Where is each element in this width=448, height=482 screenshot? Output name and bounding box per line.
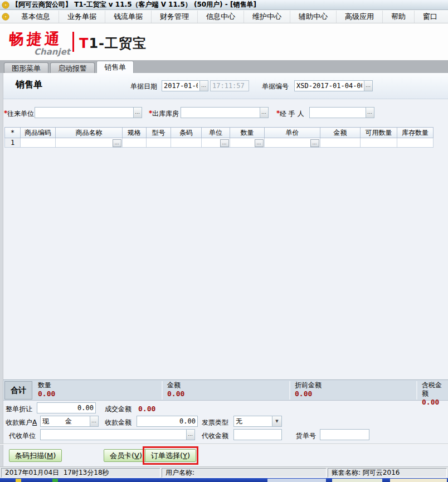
status-user-name: 用户名称: xyxy=(162,468,327,478)
agent-amount-input[interactable] xyxy=(233,429,282,440)
totals-amount-label: 金额 xyxy=(167,381,184,390)
totals-quantity-label: 数量 xyxy=(38,381,55,390)
doc-date-field[interactable]: … xyxy=(162,80,208,91)
deal-amount-label: 成交金额 xyxy=(105,405,132,414)
unit-ellipsis-button[interactable]: … xyxy=(220,139,229,147)
warehouse-input[interactable] xyxy=(181,108,260,118)
barcode-scan-button[interactable]: 条码扫描(M) xyxy=(9,449,62,462)
chanjet-logo: 畅捷通 Chanjet xyxy=(9,29,71,57)
totals-pre-discount-label: 折前金额 xyxy=(295,381,322,390)
member-card-button[interactable]: 会员卡(V) xyxy=(104,449,148,462)
taskbar-window-fragment xyxy=(390,479,447,482)
invoice-type-dropdown[interactable]: 无 ▼ xyxy=(233,416,282,427)
cell-unit-price[interactable]: … xyxy=(265,138,320,148)
agent-unit-field[interactable]: … xyxy=(40,429,195,440)
menu-item-window[interactable]: 窗口 xyxy=(415,11,446,23)
sales-order-panel: 销售单 单据日期 … 单据编号 … * 往来单位 … * 出库库房 … * xyxy=(0,73,448,466)
invoice-type-label: 发票类型 xyxy=(202,418,228,427)
warehouse-ellipsis-button[interactable]: … xyxy=(260,108,268,118)
col-header-product-code: 商品编码 xyxy=(21,128,56,138)
menu-item-advanced-apps[interactable]: 高级应用 xyxy=(337,11,383,23)
totals-separator xyxy=(289,381,290,400)
account-ellipsis-button[interactable]: … xyxy=(90,416,98,426)
status-account-set: 账套名称: 阿可云2016 xyxy=(328,468,447,478)
menu-item-info-center[interactable]: 信息中心 xyxy=(198,11,244,23)
menu-item-business-docs[interactable]: 业务单据 xyxy=(59,11,105,23)
agent-unit-input[interactable] xyxy=(41,430,186,440)
cell-product-code[interactable] xyxy=(21,138,56,148)
menu-item-cashflow-docs[interactable]: 钱流单据 xyxy=(105,11,152,23)
taskbar-icon-fragment xyxy=(52,479,58,482)
cell-spec[interactable] xyxy=(123,138,147,148)
discount-input[interactable] xyxy=(37,402,96,413)
annotation-highlight-box: 订单选择(Y) xyxy=(143,446,198,465)
windows-taskbar[interactable] xyxy=(0,478,448,482)
cell-product-name[interactable]: … xyxy=(56,138,123,148)
left-border-strip xyxy=(0,73,3,466)
account-input[interactable] xyxy=(41,416,90,426)
totals-tax-incl: 含税金额 0.00 xyxy=(422,381,448,400)
handler-input[interactable] xyxy=(310,108,366,118)
totals-pre-discount-value: 0.00 xyxy=(295,390,322,398)
cell-barcode[interactable] xyxy=(171,138,202,148)
partner-field[interactable]: … xyxy=(35,107,142,118)
warehouse-field[interactable]: … xyxy=(181,107,269,118)
product-name-rest: 1-工贸宝 xyxy=(89,36,147,51)
handler-field[interactable]: … xyxy=(309,107,374,118)
menu-item-assist-center[interactable]: 辅助中心 xyxy=(290,11,337,23)
taskbar-window-fragment xyxy=(332,479,382,482)
cell-row-number: 1 xyxy=(5,138,21,148)
menu-item-basic-info[interactable]: 基本信息 xyxy=(13,11,59,23)
warehouse-label: 出库库房 xyxy=(152,109,179,119)
doc-time-input xyxy=(210,80,249,91)
menu-item-help[interactable]: 帮助 xyxy=(383,11,415,23)
partner-input[interactable] xyxy=(35,108,133,118)
tab-sales-order[interactable]: 销售单 xyxy=(96,61,134,73)
received-amount-input[interactable] xyxy=(137,416,198,427)
agent-unit-label: 代收单位 xyxy=(9,431,36,441)
deal-amount-value: 0.00 xyxy=(138,405,155,413)
cell-available-qty[interactable] xyxy=(361,138,397,148)
quantity-ellipsis-button[interactable]: … xyxy=(255,139,264,147)
product-name-ellipsis-button[interactable]: … xyxy=(113,139,121,147)
agent-unit-ellipsis-button[interactable]: … xyxy=(186,430,194,440)
partner-ellipsis-button[interactable]: … xyxy=(133,108,142,118)
doc-date-input[interactable] xyxy=(162,81,199,91)
totals-band: 合计 数量 0.00 金额 0.00 折前金额 0.00 含税金额 0.00 xyxy=(3,379,448,401)
cell-unit[interactable]: … xyxy=(202,138,230,148)
cell-model[interactable] xyxy=(147,138,171,148)
invoice-type-value: 无 xyxy=(234,416,272,426)
invoice-type-dropdown-arrow-icon[interactable]: ▼ xyxy=(272,416,281,426)
menu-bar: 基本信息 业务单据 钱流单据 财务管理 信息中心 维护中心 辅助中心 高级应用 … xyxy=(0,10,448,23)
grid-row-1: 1 … … … … xyxy=(5,138,434,148)
tab-graphic-menu[interactable]: 图形菜单 xyxy=(4,62,48,73)
handler-ellipsis-button[interactable]: … xyxy=(366,108,374,118)
cell-stock-qty[interactable] xyxy=(397,138,434,148)
account-label: 收款账户A xyxy=(6,418,37,427)
doc-number-input[interactable] xyxy=(295,81,364,91)
window-title: 【阿可云商贸公司】 T1-工贸宝 v 11.5（客户端 V 11.5） (50用… xyxy=(12,0,256,9)
col-header-unit: 单位 xyxy=(202,128,230,138)
col-header-row-flag: * xyxy=(5,128,21,138)
doc-number-field[interactable]: … xyxy=(294,80,373,91)
menu-item-maintenance-center[interactable]: 维护中心 xyxy=(244,11,290,23)
received-amount-label: 收款金额 xyxy=(105,418,132,427)
doc-number-ellipsis-button[interactable]: … xyxy=(364,81,372,91)
col-header-stock-qty: 库存数量 xyxy=(397,128,434,138)
totals-tax-incl-label: 含税金额 xyxy=(422,381,448,398)
cell-amount[interactable] xyxy=(320,138,361,148)
form-header: 销售单 单据日期 … 单据编号 … xyxy=(3,73,448,99)
unit-price-ellipsis-button[interactable]: … xyxy=(310,139,319,147)
account-field[interactable]: … xyxy=(40,416,99,427)
tab-startup-alert[interactable]: 启动报警 xyxy=(50,62,95,73)
chanjet-logo-cn: 畅捷通 xyxy=(8,29,72,49)
cell-quantity[interactable]: … xyxy=(230,138,265,148)
waybill-input[interactable] xyxy=(320,429,369,440)
col-header-quantity: 数量 xyxy=(230,128,265,138)
doc-date-ellipsis-button[interactable]: … xyxy=(199,81,208,91)
menu-item-finance[interactable]: 财务管理 xyxy=(152,11,198,23)
order-select-button[interactable]: 订单选择(Y) xyxy=(145,449,196,462)
section-divider xyxy=(0,444,448,445)
product-name: T1-工贸宝 xyxy=(79,35,147,52)
totals-amount-value: 0.00 xyxy=(167,390,184,398)
